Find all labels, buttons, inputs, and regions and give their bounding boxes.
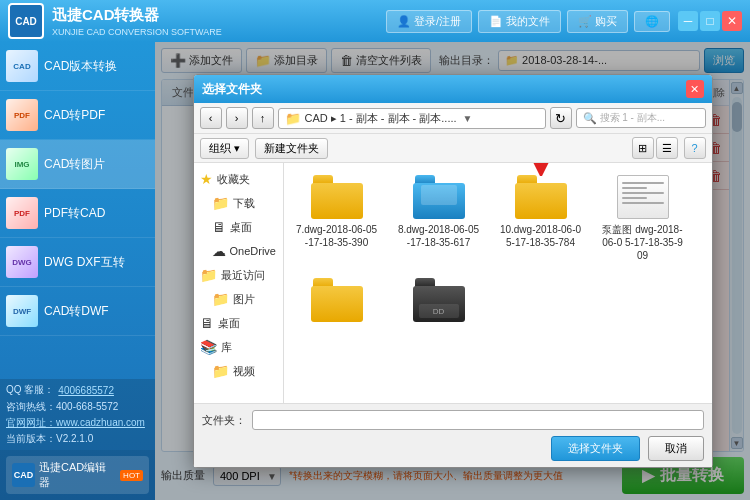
main-layout: CAD CAD版本转换 PDF CAD转PDF IMG CAD转图片 PDF P… <box>0 42 750 500</box>
sidebar-item-pdf-cad[interactable]: PDF PDF转CAD <box>0 189 155 238</box>
dialog-nav: ★ 收藏夹 📁 下载 🖥 桌面 ☁ OneD <box>194 163 284 403</box>
file-picker-dialog: 选择文件夹 ✕ ‹ › ↑ 📁 CAD ▸ 1 <box>193 74 713 468</box>
minimize-button[interactable]: ─ <box>678 11 698 31</box>
editor-button[interactable]: CAD 迅捷CAD编辑器 HOT <box>6 456 149 494</box>
dialog-overlay: 选择文件夹 ✕ ‹ › ↑ 📁 CAD ▸ 1 <box>155 42 750 500</box>
nav-favorites-label: 收藏夹 <box>217 172 250 187</box>
address-path[interactable]: 📁 CAD ▸ 1 - 副本 - 副本 - 副本..... ▼ <box>278 108 546 129</box>
search-placeholder: 搜索 1 - 副本... <box>600 111 666 125</box>
myfiles-button[interactable]: 📄 我的文件 <box>478 10 561 33</box>
dialog-files: 7.dwg-2018-06-05-17-18-35-390 8.dwg-2018… <box>284 163 712 403</box>
nav-videos-label: 视频 <box>233 364 255 379</box>
nav-videos[interactable]: 📁 视频 <box>194 359 283 383</box>
dialog-toolbar: 组织 ▾ 新建文件夹 ⊞ ☰ ? <box>194 134 712 163</box>
qq-label: QQ 客服： <box>6 383 54 397</box>
cad-dwf-icon: DWF <box>6 295 38 327</box>
app-title: 迅捷CAD转换器 <box>52 6 382 25</box>
file-icon: 📄 <box>489 15 503 28</box>
refresh-icon: ↻ <box>555 111 566 126</box>
dialog-bottom: 文件夹： 选择文件夹 取消 <box>194 403 712 467</box>
desktop-icon: 🖥 <box>212 219 226 235</box>
new-folder-button[interactable]: 新建文件夹 <box>255 138 328 159</box>
nav-up-button[interactable]: ↑ <box>252 107 274 129</box>
organize-button[interactable]: 组织 ▾ <box>200 138 249 159</box>
nav-back-button[interactable]: ‹ <box>200 107 222 129</box>
nav-downloads[interactable]: 📁 下载 <box>194 191 283 215</box>
file-item-5[interactable] <box>292 274 382 330</box>
titlebar: CAD 迅捷CAD转换器 XUNJIE CAD CONVERSION SOFTW… <box>0 0 750 42</box>
view-grid-button[interactable]: ⊞ <box>632 137 654 159</box>
dialog-title: 选择文件夹 <box>202 81 686 98</box>
sidebar-item-cad-version[interactable]: CAD CAD版本转换 <box>0 42 155 91</box>
refresh-button[interactable]: ↻ <box>550 107 572 129</box>
folder-icon-5 <box>311 278 363 322</box>
videos-icon: 📁 <box>212 363 229 379</box>
folder-input[interactable] <box>252 410 704 430</box>
file-label-2: 8.dwg-2018-06-05-17-18-35-617 <box>398 223 480 249</box>
file-row-1: 7.dwg-2018-06-05-17-18-35-390 8.dwg-2018… <box>292 171 704 266</box>
addr-text: CAD ▸ 1 - 副本 - 副本 - 副本..... <box>305 111 457 126</box>
select-folder-button[interactable]: 选择文件夹 <box>551 436 640 461</box>
nav-recent[interactable]: 📁 最近访问 <box>194 263 283 287</box>
editor-icon: CAD <box>12 463 35 487</box>
sidebar-label-pdf-cad: PDF转CAD <box>44 205 105 222</box>
nav-desktop2[interactable]: 🖥 桌面 <box>194 311 283 335</box>
file-item-4[interactable]: 泵盖图 dwg-2018-06-0 5-17-18-35-909 <box>598 171 688 266</box>
nav-library-label: 库 <box>221 340 232 355</box>
onedrive-icon: ☁ <box>212 243 226 259</box>
nav-desktop[interactable]: 🖥 桌面 <box>194 215 283 239</box>
favorites-icon: ★ <box>200 171 213 187</box>
file-row-2: DD <box>292 274 704 330</box>
addr-dropdown-icon[interactable]: ▼ <box>463 113 473 124</box>
up-icon: ↑ <box>260 112 266 124</box>
nav-onedrive[interactable]: ☁ OneDrive <box>194 239 283 263</box>
file-item-1[interactable]: 7.dwg-2018-06-05-17-18-35-390 <box>292 171 382 253</box>
shop-button[interactable]: 🛒 购买 <box>567 10 628 33</box>
qq-link[interactable]: 4006685572 <box>58 385 114 396</box>
view-icons: ⊞ ☰ <box>632 137 678 159</box>
file-label-3: 10.dwg-2018-06-05-17-18-35-784 <box>500 223 582 249</box>
sidebar-label-cad-dwf: CAD转DWF <box>44 303 109 320</box>
app-subtitle: XUNJIE CAD CONVERSION SOFTWARE <box>52 27 386 37</box>
sidebar-label-cad-pdf: CAD转PDF <box>44 107 105 124</box>
view-list-button[interactable]: ☰ <box>656 137 678 159</box>
file-item-3[interactable]: 10.dwg-2018-06-05-17-18-35-784 <box>496 171 586 253</box>
sidebar-item-cad-img[interactable]: IMG CAD转图片 <box>0 140 155 189</box>
maximize-button[interactable]: □ <box>700 11 720 31</box>
nav-pictures[interactable]: 📁 图片 <box>194 287 283 311</box>
cad-img-icon: IMG <box>6 148 38 180</box>
nav-forward-button[interactable]: › <box>226 107 248 129</box>
back-icon: ‹ <box>209 112 213 124</box>
close-button[interactable]: ✕ <box>722 11 742 31</box>
doc-icon-1 <box>617 175 669 219</box>
window-controls: ─ □ ✕ <box>678 11 742 31</box>
nav-favorites[interactable]: ★ 收藏夹 <box>194 167 283 191</box>
version-text: 当前版本：V2.2.1.0 <box>6 433 93 444</box>
nav-library[interactable]: 📚 库 <box>194 335 283 359</box>
folder-input-label: 文件夹： <box>202 413 246 428</box>
sidebar-item-dwg-dxf[interactable]: DWG DWG DXF互转 <box>0 238 155 287</box>
sidebar-label-cad-version: CAD版本转换 <box>44 58 117 75</box>
cancel-button[interactable]: 取消 <box>648 436 704 461</box>
nav-desktop2-label: 桌面 <box>218 316 240 331</box>
file-item-6[interactable]: DD <box>394 274 484 330</box>
website-link[interactable]: 官网网址：www.cadzhuan.com <box>6 417 145 428</box>
login-button[interactable]: 👤 登录/注册 <box>386 10 472 33</box>
search-box[interactable]: 🔍 搜索 1 - 副本... <box>576 108 706 128</box>
folder-icon-2 <box>413 175 465 219</box>
dialog-addrbar: ‹ › ↑ 📁 CAD ▸ 1 - 副本 - 副本 - 副本..... ▼ ↻ <box>194 103 712 134</box>
sidebar-item-cad-dwf[interactable]: DWF CAD转DWF <box>0 287 155 336</box>
pictures-icon: 📁 <box>212 291 229 307</box>
file-item-2[interactable]: 8.dwg-2018-06-05-17-18-35-617 <box>394 171 484 253</box>
titlebar-actions: 👤 登录/注册 📄 我的文件 🛒 购买 🌐 <box>386 10 670 33</box>
editor-section: CAD 迅捷CAD编辑器 HOT <box>0 450 155 500</box>
dialog-close-button[interactable]: ✕ <box>686 80 704 98</box>
pdf-cad-icon: PDF <box>6 197 38 229</box>
addr-folder-icon: 📁 <box>285 111 301 126</box>
cart-icon: 🛒 <box>578 15 592 28</box>
globe-button[interactable]: 🌐 <box>634 11 670 32</box>
help-button[interactable]: ? <box>684 137 706 159</box>
cad-version-icon: CAD <box>6 50 38 82</box>
sidebar-item-cad-pdf[interactable]: PDF CAD转PDF <box>0 91 155 140</box>
desktop2-icon: 🖥 <box>200 315 214 331</box>
